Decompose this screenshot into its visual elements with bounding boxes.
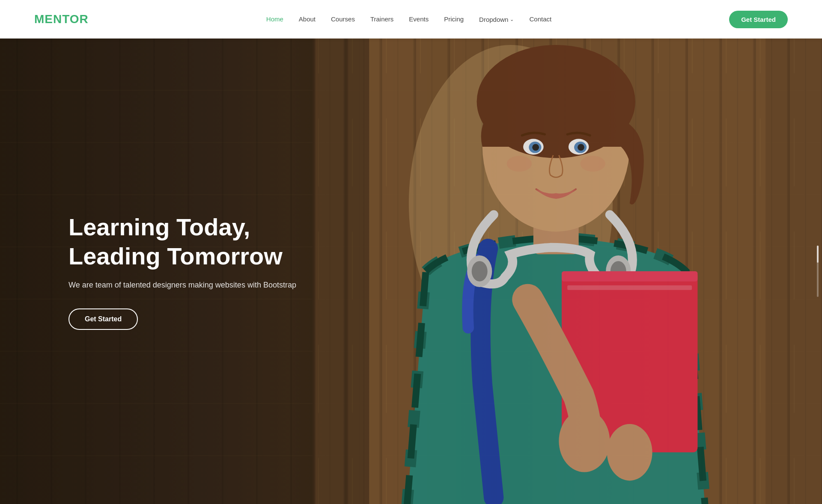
nav-link-about[interactable]: About bbox=[299, 15, 316, 23]
nav-item-pricing[interactable]: Pricing bbox=[444, 15, 464, 23]
navbar: MENTOR Home About Courses Trainers Event… bbox=[0, 0, 822, 39]
nav-item-trainers[interactable]: Trainers bbox=[370, 15, 393, 23]
svg-rect-32 bbox=[343, 39, 346, 504]
svg-rect-25 bbox=[562, 271, 697, 282]
nav-link-contact[interactable]: Contact bbox=[529, 15, 551, 23]
navbar-cta-button[interactable]: Get Started bbox=[729, 11, 788, 28]
nav-item-about[interactable]: About bbox=[299, 15, 316, 23]
nav-link-trainers[interactable]: Trainers bbox=[370, 15, 393, 23]
chevron-down-icon: ⌄ bbox=[510, 17, 514, 22]
hero-cta-button[interactable]: Get Started bbox=[68, 308, 138, 330]
nav-link-events[interactable]: Events bbox=[409, 15, 429, 23]
brand-logo[interactable]: MENTOR bbox=[34, 12, 89, 26]
nav-links: Home About Courses Trainers Events Prici… bbox=[266, 15, 551, 23]
nav-item-contact[interactable]: Contact bbox=[529, 15, 551, 23]
hero-title: Learning Today, Leading Tomorrow bbox=[68, 213, 296, 270]
nav-link-courses[interactable]: Courses bbox=[331, 15, 355, 23]
svg-point-19 bbox=[580, 156, 605, 172]
svg-rect-31 bbox=[313, 39, 316, 504]
svg-point-21 bbox=[471, 261, 487, 282]
hero-student-image bbox=[313, 39, 822, 504]
hero-subtitle: We are team of talented designers making… bbox=[68, 279, 296, 291]
nav-item-home[interactable]: Home bbox=[266, 15, 283, 23]
scroll-thumb bbox=[817, 246, 819, 263]
hero-section: Learning Today, Leading Tomorrow We are … bbox=[0, 39, 822, 504]
hero-content: Learning Today, Leading Tomorrow We are … bbox=[68, 213, 296, 329]
svg-rect-29 bbox=[313, 39, 369, 504]
scroll-indicator bbox=[817, 246, 819, 297]
svg-point-28 bbox=[607, 424, 652, 480]
nav-link-pricing[interactable]: Pricing bbox=[444, 15, 464, 23]
svg-point-18 bbox=[506, 156, 531, 172]
nav-link-home[interactable]: Home bbox=[266, 15, 283, 23]
svg-rect-26 bbox=[567, 285, 692, 290]
svg-rect-30 bbox=[765, 39, 822, 504]
hero-title-line1: Learning Today, bbox=[68, 213, 250, 240]
nav-item-dropdown[interactable]: Dropdown ⌄ bbox=[479, 16, 514, 23]
nav-item-courses[interactable]: Courses bbox=[331, 15, 355, 23]
hero-title-line2: Leading Tomorrow bbox=[68, 243, 283, 270]
svg-point-17 bbox=[578, 144, 584, 151]
nav-item-events[interactable]: Events bbox=[409, 15, 429, 23]
nav-link-dropdown[interactable]: Dropdown ⌄ bbox=[479, 16, 514, 23]
svg-point-16 bbox=[532, 144, 539, 151]
